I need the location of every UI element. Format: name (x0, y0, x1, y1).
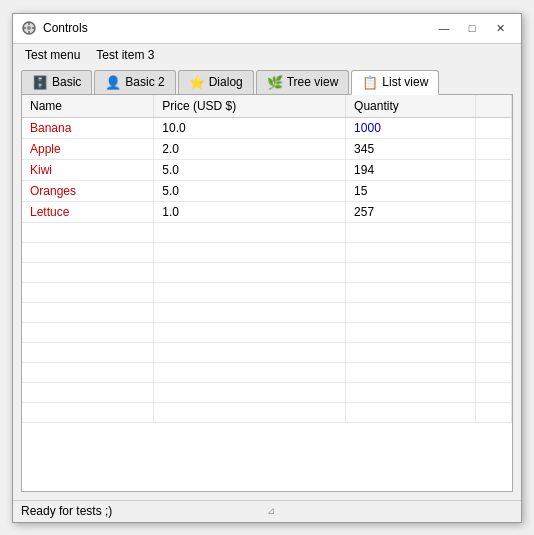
cell-empty (22, 382, 154, 402)
table-row-empty (22, 262, 512, 282)
svg-point-1 (27, 26, 31, 30)
cell-empty (154, 282, 346, 302)
tab-dialog-label: Dialog (209, 75, 243, 89)
tab-treeview-label: Tree view (287, 75, 339, 89)
table-header-row: Name Price (USD $) Quantity (22, 95, 512, 118)
cell-empty (346, 302, 476, 322)
cell-price: 2.0 (154, 138, 346, 159)
cell-empty (476, 282, 512, 302)
table-row-empty (22, 222, 512, 242)
cell-empty (346, 262, 476, 282)
col-header-price: Price (USD $) (154, 95, 346, 118)
table-row[interactable]: Banana10.01000 (22, 117, 512, 138)
treeview-tab-icon: 🌿 (267, 75, 283, 90)
status-text: Ready for tests ;) (21, 504, 267, 518)
window-controls: — □ ✕ (431, 18, 513, 38)
tab-dialog[interactable]: ⭐ Dialog (178, 70, 254, 94)
col-header-extra (476, 95, 512, 118)
tab-basic[interactable]: 🗄️ Basic (21, 70, 92, 94)
cell-empty (476, 302, 512, 322)
tab-basic-label: Basic (52, 75, 81, 89)
cell-empty (346, 342, 476, 362)
cell-empty (154, 322, 346, 342)
title-bar: Controls — □ ✕ (13, 14, 521, 44)
cell-name: Lettuce (22, 201, 154, 222)
table-row-empty (22, 322, 512, 342)
cell-empty (346, 242, 476, 262)
tab-treeview[interactable]: 🌿 Tree view (256, 70, 350, 94)
cell-empty (476, 342, 512, 362)
basic2-tab-icon: 👤 (105, 75, 121, 90)
table-row-empty (22, 302, 512, 322)
cell-empty (476, 262, 512, 282)
table-row[interactable]: Lettuce1.0257 (22, 201, 512, 222)
cell-quantity: 194 (346, 159, 476, 180)
cell-empty (346, 362, 476, 382)
maximize-button[interactable]: □ (459, 18, 485, 38)
cell-extra (476, 159, 512, 180)
cell-empty (22, 402, 154, 422)
cell-empty (346, 222, 476, 242)
menu-bar: Test menu Test item 3 (13, 44, 521, 66)
table-row-empty (22, 242, 512, 262)
cell-price: 5.0 (154, 180, 346, 201)
status-bar: Ready for tests ;) ⊿ (13, 500, 521, 522)
minimize-button[interactable]: — (431, 18, 457, 38)
cell-quantity: 15 (346, 180, 476, 201)
cell-empty (154, 402, 346, 422)
menu-item-test-item-3[interactable]: Test item 3 (88, 46, 162, 64)
cell-extra (476, 117, 512, 138)
tab-basic2[interactable]: 👤 Basic 2 (94, 70, 175, 94)
table-row-empty (22, 282, 512, 302)
tab-basic2-label: Basic 2 (125, 75, 164, 89)
cell-empty (154, 382, 346, 402)
cell-name: Kiwi (22, 159, 154, 180)
window-title: Controls (43, 21, 431, 35)
cell-empty (154, 342, 346, 362)
cell-extra (476, 201, 512, 222)
cell-empty (22, 302, 154, 322)
cell-empty (22, 362, 154, 382)
cell-empty (22, 262, 154, 282)
cell-empty (346, 402, 476, 422)
main-window: Controls — □ ✕ Test menu Test item 3 🗄️ … (12, 13, 522, 523)
cell-empty (22, 222, 154, 242)
table-container[interactable]: Name Price (USD $) Quantity Banana10.010… (22, 95, 512, 491)
cell-extra (476, 138, 512, 159)
cell-name: Oranges (22, 180, 154, 201)
cell-empty (154, 242, 346, 262)
cell-price: 5.0 (154, 159, 346, 180)
cell-empty (154, 262, 346, 282)
cell-name: Apple (22, 138, 154, 159)
cell-empty (476, 362, 512, 382)
data-table: Name Price (USD $) Quantity Banana10.010… (22, 95, 512, 423)
cell-empty (476, 242, 512, 262)
cell-quantity: 1000 (346, 117, 476, 138)
table-row-empty (22, 362, 512, 382)
resize-grip: ⊿ (267, 505, 513, 517)
cell-quantity: 257 (346, 201, 476, 222)
cell-empty (476, 222, 512, 242)
cell-empty (22, 322, 154, 342)
cell-price: 10.0 (154, 117, 346, 138)
app-icon (21, 20, 37, 36)
table-row[interactable]: Oranges5.015 (22, 180, 512, 201)
table-row-empty (22, 382, 512, 402)
cell-extra (476, 180, 512, 201)
cell-empty (476, 382, 512, 402)
cell-empty (476, 402, 512, 422)
cell-quantity: 345 (346, 138, 476, 159)
col-header-quantity: Quantity (346, 95, 476, 118)
cell-empty (346, 382, 476, 402)
tab-listview[interactable]: 📋 List view (351, 70, 439, 95)
cell-empty (22, 242, 154, 262)
cell-empty (154, 362, 346, 382)
menu-item-test-menu[interactable]: Test menu (17, 46, 88, 64)
cell-empty (476, 322, 512, 342)
dialog-tab-icon: ⭐ (189, 75, 205, 90)
table-row[interactable]: Apple2.0345 (22, 138, 512, 159)
cell-empty (154, 222, 346, 242)
table-row[interactable]: Kiwi5.0194 (22, 159, 512, 180)
close-button[interactable]: ✕ (487, 18, 513, 38)
tab-listview-label: List view (382, 75, 428, 89)
